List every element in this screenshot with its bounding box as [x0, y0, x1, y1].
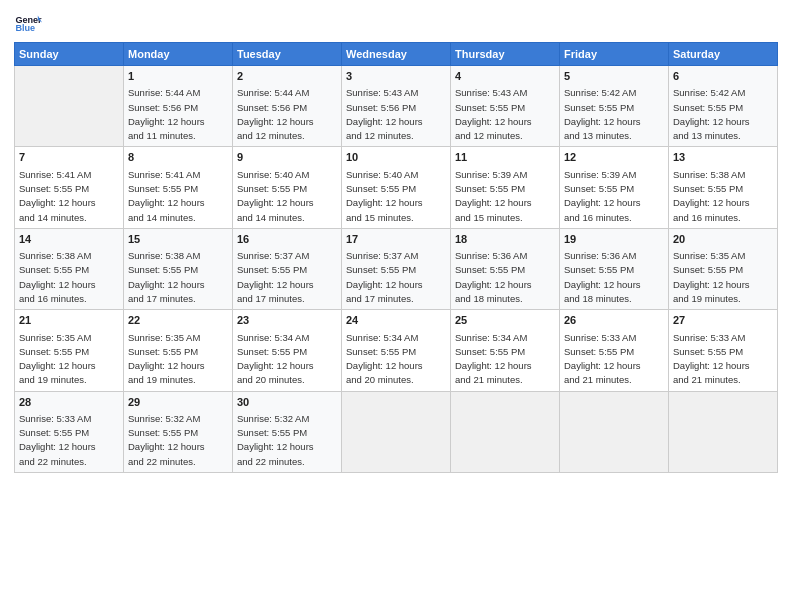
- calendar-cell: 8Sunrise: 5:41 AM Sunset: 5:55 PM Daylig…: [124, 147, 233, 228]
- calendar-cell: 5Sunrise: 5:42 AM Sunset: 5:55 PM Daylig…: [560, 66, 669, 147]
- day-info: Sunrise: 5:32 AM Sunset: 5:55 PM Dayligh…: [237, 412, 337, 469]
- day-info: Sunrise: 5:33 AM Sunset: 5:55 PM Dayligh…: [564, 331, 664, 388]
- day-number: 10: [346, 150, 446, 165]
- day-info: Sunrise: 5:44 AM Sunset: 5:56 PM Dayligh…: [128, 86, 228, 143]
- week-row-2: 7Sunrise: 5:41 AM Sunset: 5:55 PM Daylig…: [15, 147, 778, 228]
- week-row-1: 1Sunrise: 5:44 AM Sunset: 5:56 PM Daylig…: [15, 66, 778, 147]
- day-info: Sunrise: 5:42 AM Sunset: 5:55 PM Dayligh…: [564, 86, 664, 143]
- calendar-cell: 9Sunrise: 5:40 AM Sunset: 5:55 PM Daylig…: [233, 147, 342, 228]
- week-row-4: 21Sunrise: 5:35 AM Sunset: 5:55 PM Dayli…: [15, 310, 778, 391]
- calendar-cell: 12Sunrise: 5:39 AM Sunset: 5:55 PM Dayli…: [560, 147, 669, 228]
- header-day-monday: Monday: [124, 43, 233, 66]
- calendar-cell: 25Sunrise: 5:34 AM Sunset: 5:55 PM Dayli…: [451, 310, 560, 391]
- logo: General Blue: [14, 10, 42, 38]
- day-info: Sunrise: 5:37 AM Sunset: 5:55 PM Dayligh…: [237, 249, 337, 306]
- day-number: 1: [128, 69, 228, 84]
- header: General Blue: [14, 10, 778, 38]
- day-info: Sunrise: 5:38 AM Sunset: 5:55 PM Dayligh…: [128, 249, 228, 306]
- day-info: Sunrise: 5:36 AM Sunset: 5:55 PM Dayligh…: [455, 249, 555, 306]
- header-day-tuesday: Tuesday: [233, 43, 342, 66]
- calendar-cell: 16Sunrise: 5:37 AM Sunset: 5:55 PM Dayli…: [233, 228, 342, 309]
- day-info: Sunrise: 5:33 AM Sunset: 5:55 PM Dayligh…: [19, 412, 119, 469]
- calendar-cell: 21Sunrise: 5:35 AM Sunset: 5:55 PM Dayli…: [15, 310, 124, 391]
- day-number: 9: [237, 150, 337, 165]
- day-number: 23: [237, 313, 337, 328]
- calendar-cell: 2Sunrise: 5:44 AM Sunset: 5:56 PM Daylig…: [233, 66, 342, 147]
- calendar-cell: 3Sunrise: 5:43 AM Sunset: 5:56 PM Daylig…: [342, 66, 451, 147]
- day-info: Sunrise: 5:43 AM Sunset: 5:55 PM Dayligh…: [455, 86, 555, 143]
- calendar-cell: 22Sunrise: 5:35 AM Sunset: 5:55 PM Dayli…: [124, 310, 233, 391]
- day-info: Sunrise: 5:33 AM Sunset: 5:55 PM Dayligh…: [673, 331, 773, 388]
- calendar-cell: [669, 391, 778, 472]
- header-day-wednesday: Wednesday: [342, 43, 451, 66]
- calendar-table: SundayMondayTuesdayWednesdayThursdayFrid…: [14, 42, 778, 473]
- calendar-cell: 4Sunrise: 5:43 AM Sunset: 5:55 PM Daylig…: [451, 66, 560, 147]
- header-day-saturday: Saturday: [669, 43, 778, 66]
- day-number: 14: [19, 232, 119, 247]
- day-number: 29: [128, 395, 228, 410]
- day-info: Sunrise: 5:40 AM Sunset: 5:55 PM Dayligh…: [346, 168, 446, 225]
- day-info: Sunrise: 5:42 AM Sunset: 5:55 PM Dayligh…: [673, 86, 773, 143]
- day-info: Sunrise: 5:43 AM Sunset: 5:56 PM Dayligh…: [346, 86, 446, 143]
- day-number: 25: [455, 313, 555, 328]
- day-info: Sunrise: 5:34 AM Sunset: 5:55 PM Dayligh…: [346, 331, 446, 388]
- calendar-cell: [451, 391, 560, 472]
- day-info: Sunrise: 5:40 AM Sunset: 5:55 PM Dayligh…: [237, 168, 337, 225]
- day-info: Sunrise: 5:34 AM Sunset: 5:55 PM Dayligh…: [237, 331, 337, 388]
- calendar-cell: [15, 66, 124, 147]
- day-number: 5: [564, 69, 664, 84]
- day-number: 28: [19, 395, 119, 410]
- calendar-cell: 19Sunrise: 5:36 AM Sunset: 5:55 PM Dayli…: [560, 228, 669, 309]
- day-number: 19: [564, 232, 664, 247]
- day-info: Sunrise: 5:34 AM Sunset: 5:55 PM Dayligh…: [455, 331, 555, 388]
- calendar-cell: 1Sunrise: 5:44 AM Sunset: 5:56 PM Daylig…: [124, 66, 233, 147]
- header-day-sunday: Sunday: [15, 43, 124, 66]
- calendar-cell: 10Sunrise: 5:40 AM Sunset: 5:55 PM Dayli…: [342, 147, 451, 228]
- day-number: 18: [455, 232, 555, 247]
- day-number: 21: [19, 313, 119, 328]
- logo-icon: General Blue: [14, 10, 42, 38]
- header-day-thursday: Thursday: [451, 43, 560, 66]
- day-info: Sunrise: 5:35 AM Sunset: 5:55 PM Dayligh…: [128, 331, 228, 388]
- day-number: 26: [564, 313, 664, 328]
- day-number: 30: [237, 395, 337, 410]
- header-day-friday: Friday: [560, 43, 669, 66]
- day-number: 2: [237, 69, 337, 84]
- calendar-cell: 30Sunrise: 5:32 AM Sunset: 5:55 PM Dayli…: [233, 391, 342, 472]
- week-row-3: 14Sunrise: 5:38 AM Sunset: 5:55 PM Dayli…: [15, 228, 778, 309]
- header-row: SundayMondayTuesdayWednesdayThursdayFrid…: [15, 43, 778, 66]
- day-number: 13: [673, 150, 773, 165]
- day-info: Sunrise: 5:39 AM Sunset: 5:55 PM Dayligh…: [564, 168, 664, 225]
- day-number: 22: [128, 313, 228, 328]
- day-number: 6: [673, 69, 773, 84]
- day-number: 17: [346, 232, 446, 247]
- day-number: 11: [455, 150, 555, 165]
- day-info: Sunrise: 5:36 AM Sunset: 5:55 PM Dayligh…: [564, 249, 664, 306]
- calendar-cell: 17Sunrise: 5:37 AM Sunset: 5:55 PM Dayli…: [342, 228, 451, 309]
- svg-text:Blue: Blue: [15, 23, 35, 33]
- day-info: Sunrise: 5:38 AM Sunset: 5:55 PM Dayligh…: [19, 249, 119, 306]
- calendar-cell: 11Sunrise: 5:39 AM Sunset: 5:55 PM Dayli…: [451, 147, 560, 228]
- day-info: Sunrise: 5:41 AM Sunset: 5:55 PM Dayligh…: [19, 168, 119, 225]
- day-info: Sunrise: 5:35 AM Sunset: 5:55 PM Dayligh…: [19, 331, 119, 388]
- calendar-cell: 14Sunrise: 5:38 AM Sunset: 5:55 PM Dayli…: [15, 228, 124, 309]
- day-info: Sunrise: 5:41 AM Sunset: 5:55 PM Dayligh…: [128, 168, 228, 225]
- day-number: 20: [673, 232, 773, 247]
- calendar-cell: 23Sunrise: 5:34 AM Sunset: 5:55 PM Dayli…: [233, 310, 342, 391]
- day-number: 7: [19, 150, 119, 165]
- calendar-cell: 29Sunrise: 5:32 AM Sunset: 5:55 PM Dayli…: [124, 391, 233, 472]
- page: General Blue SundayMondayTuesdayWednesda…: [0, 0, 792, 612]
- calendar-cell: 18Sunrise: 5:36 AM Sunset: 5:55 PM Dayli…: [451, 228, 560, 309]
- day-info: Sunrise: 5:38 AM Sunset: 5:55 PM Dayligh…: [673, 168, 773, 225]
- day-number: 24: [346, 313, 446, 328]
- calendar-cell: 27Sunrise: 5:33 AM Sunset: 5:55 PM Dayli…: [669, 310, 778, 391]
- day-number: 8: [128, 150, 228, 165]
- day-info: Sunrise: 5:44 AM Sunset: 5:56 PM Dayligh…: [237, 86, 337, 143]
- calendar-cell: [342, 391, 451, 472]
- calendar-cell: 20Sunrise: 5:35 AM Sunset: 5:55 PM Dayli…: [669, 228, 778, 309]
- week-row-5: 28Sunrise: 5:33 AM Sunset: 5:55 PM Dayli…: [15, 391, 778, 472]
- calendar-cell: 24Sunrise: 5:34 AM Sunset: 5:55 PM Dayli…: [342, 310, 451, 391]
- calendar-cell: 26Sunrise: 5:33 AM Sunset: 5:55 PM Dayli…: [560, 310, 669, 391]
- calendar-cell: 28Sunrise: 5:33 AM Sunset: 5:55 PM Dayli…: [15, 391, 124, 472]
- day-info: Sunrise: 5:37 AM Sunset: 5:55 PM Dayligh…: [346, 249, 446, 306]
